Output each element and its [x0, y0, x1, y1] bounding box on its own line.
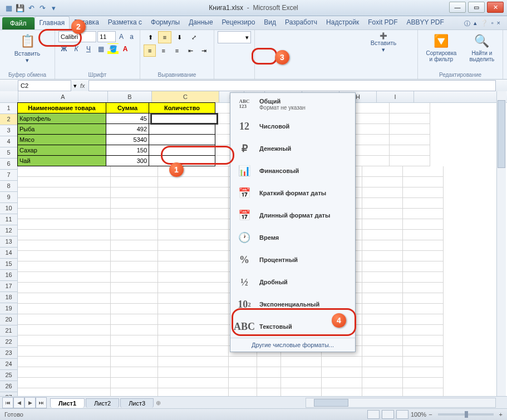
align-center-icon[interactable]: ≡ — [157, 45, 169, 57]
page-break-view-icon[interactable] — [396, 410, 408, 419]
cell[interactable] — [403, 357, 444, 367]
tab-данные[interactable]: Данные — [184, 16, 217, 29]
cell[interactable] — [403, 272, 444, 283]
row-header[interactable]: 5 — [0, 147, 18, 159]
cell[interactable] — [158, 367, 229, 378]
namebox-dropdown-icon[interactable]: ▾ — [73, 82, 77, 90]
row-header[interactable]: 9 — [0, 192, 18, 203]
cell[interactable] — [18, 357, 111, 367]
cell[interactable] — [403, 240, 444, 251]
horizontal-scrollbar[interactable] — [306, 398, 496, 408]
select-all-corner[interactable] — [0, 91, 18, 102]
cell[interactable] — [149, 123, 215, 135]
row-header[interactable]: 26 — [0, 381, 18, 392]
format-item-длинный формат даты[interactable]: 📅Длинный формат даты — [230, 204, 355, 226]
sheet-nav-last[interactable]: ⏭ — [36, 397, 47, 408]
row-header[interactable]: 14 — [0, 248, 18, 259]
normal-view-icon[interactable] — [367, 410, 380, 419]
tab-рецензиро[interactable]: Рецензиро — [218, 16, 260, 29]
italic-icon[interactable]: К — [71, 43, 82, 55]
indent-increase-icon[interactable]: ⇥ — [198, 45, 210, 57]
cell[interactable] — [403, 177, 444, 187]
cell[interactable] — [362, 367, 403, 378]
orientation-icon[interactable]: ⤢ — [187, 31, 200, 43]
cell[interactable] — [362, 378, 403, 388]
row-header[interactable]: 3 — [0, 125, 18, 136]
cell[interactable]: Картофель — [17, 113, 106, 124]
cell[interactable] — [403, 261, 444, 272]
paste-button[interactable]: 📋 Вставить ▾ — [3, 31, 51, 65]
row-header[interactable]: 22 — [0, 337, 18, 348]
vertical-scrollbar[interactable] — [496, 91, 506, 397]
row-header[interactable]: 6 — [0, 159, 18, 170]
border-icon[interactable]: ▦ — [95, 43, 106, 55]
row-header[interactable]: 23 — [0, 348, 18, 359]
cell[interactable] — [281, 388, 322, 397]
cell[interactable] — [257, 388, 281, 397]
cell[interactable] — [18, 346, 111, 357]
cell[interactable] — [362, 283, 403, 293]
cell[interactable] — [362, 209, 403, 219]
new-sheet-icon[interactable]: ⊕ — [156, 399, 161, 407]
align-left-icon[interactable]: ≡ — [144, 45, 156, 57]
cell[interactable] — [18, 251, 111, 261]
cell[interactable] — [18, 219, 111, 230]
cell[interactable] — [111, 314, 158, 325]
shrink-font-icon[interactable]: a — [127, 31, 136, 42]
cell[interactable] — [149, 113, 215, 124]
row-header[interactable]: 25 — [0, 370, 18, 381]
zoom-level[interactable]: 100% — [411, 411, 426, 418]
cell[interactable] — [158, 293, 229, 304]
row-header[interactable]: 11 — [0, 214, 18, 225]
cell[interactable] — [281, 367, 322, 378]
cell[interactable] — [111, 251, 158, 261]
cell[interactable] — [18, 209, 111, 219]
cell[interactable] — [403, 198, 444, 209]
cell[interactable] — [403, 346, 444, 357]
cell[interactable] — [362, 230, 403, 240]
minimize-ribbon-icon[interactable]: ▴ — [474, 19, 477, 28]
cell[interactable] — [111, 378, 158, 388]
row-header[interactable]: 16 — [0, 270, 18, 281]
tab-формулы[interactable]: Формулы — [146, 16, 184, 29]
cell[interactable] — [362, 293, 403, 304]
align-right-icon[interactable]: ≡ — [171, 45, 183, 57]
tab-abbyy pdf[interactable]: ABBYY PDF — [402, 16, 449, 29]
row-header[interactable]: 13 — [0, 236, 18, 248]
format-item-краткий формат даты[interactable]: 📅Краткий формат даты — [230, 182, 355, 204]
cell[interactable] — [322, 357, 362, 367]
sheet-tab[interactable]: Лист3 — [120, 398, 154, 408]
cell[interactable] — [111, 177, 158, 187]
format-item-время[interactable]: 🕐Время — [230, 226, 355, 249]
cell[interactable] — [403, 209, 444, 219]
cell[interactable] — [111, 187, 158, 198]
row-header[interactable]: 1 — [0, 103, 18, 114]
cell[interactable] — [149, 145, 215, 156]
cell[interactable] — [158, 177, 229, 187]
font-color-icon[interactable]: A — [120, 43, 131, 55]
redo-icon[interactable]: ↷ — [38, 3, 47, 12]
save-icon[interactable]: 💾 — [16, 3, 24, 12]
fx-icon[interactable]: fx — [80, 82, 85, 89]
cell[interactable]: 45 — [106, 113, 149, 124]
cell[interactable] — [403, 251, 444, 261]
row-header[interactable]: 20 — [0, 314, 18, 325]
cell[interactable] — [18, 283, 111, 293]
find-select-button[interactable]: 🔍 Найти и выделить — [465, 31, 499, 63]
format-item-общий[interactable]: ABC123ОбщийФормат не указан — [230, 93, 355, 115]
row-header[interactable]: 15 — [0, 259, 18, 270]
cell[interactable] — [403, 230, 444, 240]
cell[interactable] — [362, 314, 403, 325]
cell[interactable] — [111, 293, 158, 304]
cell[interactable] — [18, 325, 111, 335]
cell[interactable]: Сумма — [106, 102, 149, 113]
cell[interactable] — [18, 187, 111, 198]
cell[interactable] — [281, 357, 322, 367]
cell[interactable] — [403, 304, 444, 314]
cell[interactable] — [111, 166, 158, 177]
page-layout-view-icon[interactable] — [382, 410, 394, 419]
cell[interactable] — [111, 325, 158, 335]
cell[interactable] — [362, 304, 403, 314]
cell[interactable] — [158, 251, 229, 261]
cell[interactable] — [111, 283, 158, 293]
